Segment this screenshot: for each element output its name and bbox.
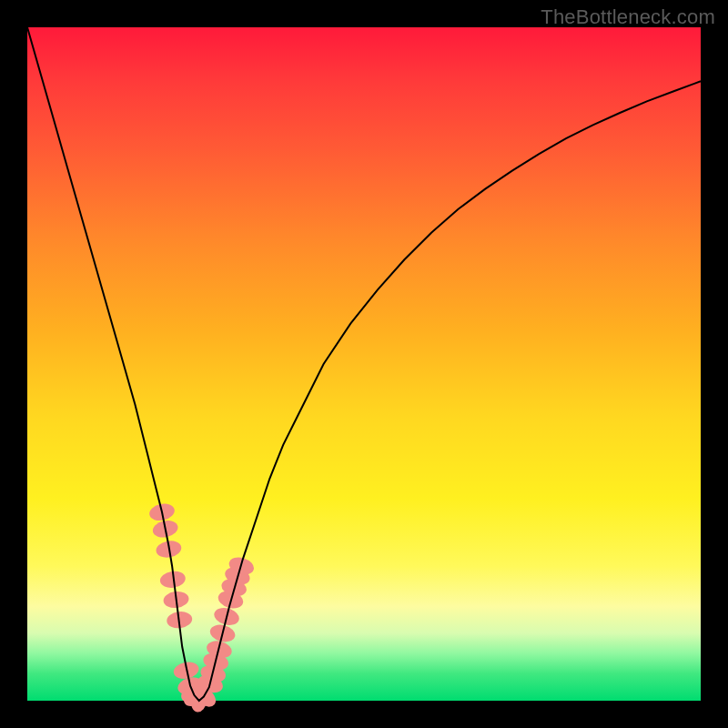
chart-svg (27, 27, 701, 701)
scatter-markers (147, 501, 256, 713)
bottleneck-curve (27, 27, 701, 701)
watermark-text: TheBottleneck.com (541, 5, 715, 29)
chart-frame: TheBottleneck.com (0, 0, 728, 728)
plot-area (27, 27, 701, 701)
